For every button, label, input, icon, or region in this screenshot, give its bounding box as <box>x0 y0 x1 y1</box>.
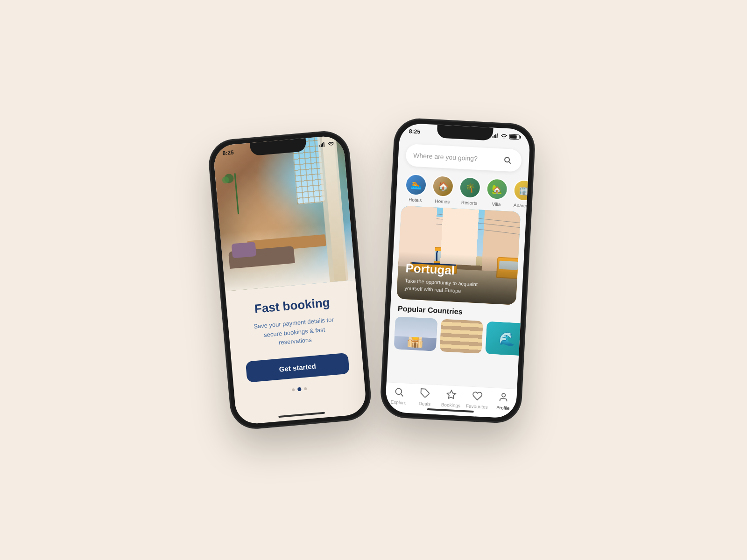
nav-profile[interactable]: Profile <box>490 392 517 411</box>
category-label-villa: Villa <box>492 202 500 207</box>
profile-icon <box>498 392 509 404</box>
svg-rect-7 <box>495 134 496 138</box>
category-label-homes: Homes <box>435 198 450 204</box>
svg-point-10 <box>505 157 510 162</box>
svg-line-13 <box>400 219 521 236</box>
phone-left: 8:25 <box>207 130 372 430</box>
pagination-dots <box>292 386 307 392</box>
status-time-left: 8:25 <box>222 149 234 156</box>
deals-icon <box>420 388 430 400</box>
tram-wires <box>399 205 521 259</box>
category-circle-resorts: 🌴 <box>459 176 481 199</box>
svg-marker-18 <box>447 390 456 399</box>
nav-bookings[interactable]: Bookings <box>437 389 465 408</box>
svg-point-15 <box>395 388 402 394</box>
svg-point-19 <box>502 393 506 397</box>
category-label-resorts: Resorts <box>461 200 478 206</box>
nav-label-explore: Explore <box>390 399 406 406</box>
featured-description: Take the opportunity to acquaint yoursel… <box>404 277 479 295</box>
popular-card-3[interactable]: 🌊 <box>485 321 521 356</box>
wifi-icon <box>327 140 334 147</box>
category-circle-homes: 🏠 <box>432 175 454 197</box>
category-villa[interactable]: 🏡 Villa <box>483 178 511 208</box>
svg-rect-8 <box>497 133 498 138</box>
get-started-button[interactable]: Get started <box>246 352 350 382</box>
svg-rect-5 <box>493 136 493 138</box>
right-screen: 8:25 <box>385 123 530 419</box>
nav-label-bookings: Bookings <box>441 402 461 408</box>
svg-rect-1 <box>321 144 322 147</box>
signal-icon <box>319 141 326 148</box>
category-resorts[interactable]: 🌴 Resorts <box>456 176 484 206</box>
bookings-icon <box>446 389 457 401</box>
nav-deals[interactable]: Deals <box>411 387 438 407</box>
dot-2 <box>297 387 302 391</box>
left-title: Fast booking <box>254 295 331 316</box>
favourites-icon <box>472 391 483 403</box>
category-hotels[interactable]: 🏊 Hotels <box>402 174 430 203</box>
nav-label-favourites: Favourites <box>466 403 488 409</box>
left-content: Fast booking Save your payment details f… <box>225 280 365 406</box>
popular-card-1[interactable]: 🕌 <box>394 316 438 351</box>
bottom-nav: Explore Deals <box>385 382 517 419</box>
dot-1 <box>292 388 295 392</box>
svg-rect-3 <box>323 142 324 147</box>
category-homes[interactable]: 🏠 Homes <box>429 175 457 205</box>
signal-icon-right <box>492 133 499 140</box>
battery-icon <box>509 134 521 140</box>
svg-point-9 <box>503 138 504 139</box>
status-time-right: 8:25 <box>409 128 421 135</box>
svg-rect-0 <box>319 145 320 147</box>
nav-label-deals: Deals <box>418 401 430 406</box>
status-icons-left <box>319 140 334 148</box>
home-indicator-left <box>278 412 325 418</box>
category-label-apart: Apartm… <box>514 203 528 209</box>
category-circle-villa: 🏡 <box>486 178 508 200</box>
status-icons-right <box>492 133 521 140</box>
svg-line-12 <box>401 215 521 229</box>
popular-countries-row: 🕌 🌊 <box>388 316 521 356</box>
phone-right: 8:25 <box>380 118 536 424</box>
dot-3 <box>304 387 307 390</box>
featured-card[interactable]: Portugal Take the opportunity to acquain… <box>396 205 521 305</box>
category-circle-hotels: 🏊 <box>405 174 427 196</box>
category-label-hotels: Hotels <box>409 197 422 203</box>
nav-favourites[interactable]: Favourites <box>464 390 491 410</box>
search-icon <box>500 154 514 167</box>
category-apart[interactable]: 🏢 Apartm… <box>510 179 528 209</box>
svg-point-4 <box>331 145 331 146</box>
popular-card-2[interactable] <box>439 319 483 354</box>
svg-rect-2 <box>322 143 324 147</box>
search-placeholder: Where are you going? <box>413 152 501 164</box>
svg-rect-6 <box>494 135 495 138</box>
nav-label-profile: Profile <box>496 405 510 411</box>
nav-explore[interactable]: Explore <box>385 386 412 406</box>
explore-icon <box>394 386 404 399</box>
phones-container: 8:25 <box>219 126 528 425</box>
featured-overlay: Portugal Take the opportunity to acquain… <box>396 252 518 305</box>
category-circle-apart: 🏢 <box>513 179 529 202</box>
left-subtitle: Save your payment details for secure boo… <box>247 315 342 350</box>
svg-line-14 <box>401 210 521 224</box>
svg-line-16 <box>401 394 403 397</box>
svg-line-11 <box>509 161 511 163</box>
left-screen: 8:25 <box>212 135 367 425</box>
wifi-icon-right <box>500 133 507 140</box>
